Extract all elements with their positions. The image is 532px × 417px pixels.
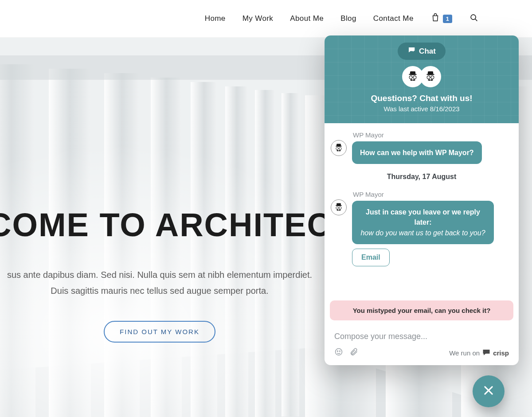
message-sender: WP Mayor [353,191,384,198]
mustache-hat-icon [333,143,344,153]
crisp-logo-icon [482,349,490,357]
cart-button[interactable]: 1 [430,13,452,24]
emoji-button[interactable] [334,347,343,358]
nav-item-contact-me[interactable]: Contact Me [373,14,414,23]
powered-by-text: We run on [449,349,480,357]
svg-point-29 [336,148,338,150]
svg-rect-23 [428,71,433,74]
shopping-bag-icon [430,13,440,24]
chat-footer: We run on crisp [325,343,519,365]
chat-message-row: WP Mayor How can we help with WP Mayor? [331,131,512,164]
powered-by-brand: crisp [493,349,509,357]
top-nav: Home My Work About Me Blog Contact Me 1 [0,0,532,38]
chat-bubble-icon [407,46,415,56]
svg-point-30 [339,148,341,150]
search-button[interactable] [469,13,479,24]
hero-subtitle-line1: sus ante dapibus diam. Sed nisi. Nulla q… [7,267,312,283]
agent-avatars [331,66,512,87]
chat-error-banner: You mistyped your email, can you check i… [330,300,513,320]
svg-point-24 [427,76,430,79]
mustache-hat-icon [406,70,419,83]
chat-message-row: WP Mayor Just in case you leave or we re… [331,191,512,266]
svg-point-37 [336,349,342,355]
hero-title: LCOME TO ARCHITECT [0,206,352,244]
chat-header-title: Questions? Chat with us! [331,94,512,103]
chat-compose-input[interactable] [334,332,509,341]
svg-line-1 [475,19,477,21]
svg-rect-18 [410,71,415,74]
find-out-my-work-button[interactable]: FIND OUT MY WORK [104,321,215,343]
message-bubble: Just in case you leave or we reply later… [352,201,494,244]
svg-point-39 [340,351,340,352]
message-bubble: How can we help with WP Mayor? [352,141,482,164]
svg-point-38 [337,351,338,352]
close-icon [482,384,495,398]
message-avatar [331,199,347,215]
mustache-hat-icon [333,202,344,213]
search-icon [469,13,479,24]
nav-list: Home My Work About Me Blog Contact Me 1 [205,13,479,24]
nav-item-my-work[interactable]: My Work [243,14,274,23]
chat-tab-badge[interactable]: Chat [398,43,446,60]
svg-point-20 [413,76,416,79]
svg-rect-28 [336,144,341,146]
nav-item-home[interactable]: Home [205,14,226,23]
hero-subtitle: sus ante dapibus diam. Sed nisi. Nulla q… [7,267,312,299]
chat-header-status: Was last active 8/16/2023 [331,105,512,113]
powered-by[interactable]: We run on crisp [449,349,509,357]
svg-point-34 [336,207,338,209]
svg-point-35 [339,207,341,209]
svg-point-0 [471,15,476,19]
hero-subtitle-line2: Duis sagittis mauris nec tellus sed augu… [7,283,312,299]
cart-count-badge: 1 [443,15,452,23]
emoji-icon [334,350,343,358]
chat-widget: Chat Questions? Chat with us! Was last a… [325,35,519,365]
chat-close-fab[interactable] [473,375,505,407]
attach-button[interactable] [349,347,358,358]
svg-rect-33 [336,203,341,206]
agent-avatar [420,66,441,87]
email-option-button[interactable]: Email [352,249,390,266]
svg-point-25 [431,76,434,79]
message-sender: WP Mayor [353,131,384,139]
nav-item-blog[interactable]: Blog [340,14,356,23]
chat-messages[interactable]: WP Mayor How can we help with WP Mayor? … [325,123,519,297]
message-line1: Just in case you leave or we reply later… [366,208,480,226]
svg-point-19 [409,76,412,79]
paperclip-icon [349,350,358,358]
chat-tab-label: Chat [419,47,436,56]
nav-item-about-me[interactable]: About Me [290,14,324,23]
message-avatar [331,140,347,156]
chat-header: Chat Questions? Chat with us! Was last a… [325,35,519,123]
date-divider: Thursday, 17 August [331,173,512,181]
message-line2: how do you want us to get back to you? [360,228,486,238]
chat-compose [325,324,519,343]
mustache-hat-icon [424,70,437,83]
